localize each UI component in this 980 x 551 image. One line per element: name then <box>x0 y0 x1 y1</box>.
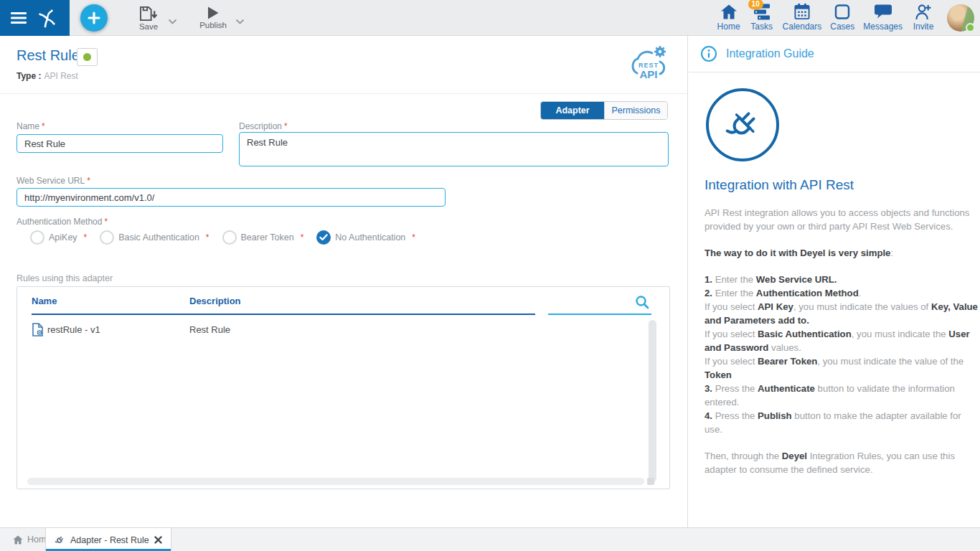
nav-item-messages[interactable]: Messages <box>859 0 907 32</box>
bottom-tab-adapter-rest-rule[interactable]: Adapter - Rest Rule <box>45 527 171 551</box>
nav-item-label: Invite <box>913 22 934 32</box>
search-underline <box>548 314 651 315</box>
publish-icon <box>207 6 220 20</box>
auth-method-label: Authentication Method* <box>17 217 108 227</box>
nav-item-invite[interactable]: Invite <box>907 0 940 32</box>
auth-option-label: Bearer Token <box>241 232 294 242</box>
auth-option-basic-authentication[interactable]: Basic Authentication* <box>100 230 209 245</box>
brand-block <box>0 0 70 36</box>
calendars-icon <box>793 4 811 20</box>
description-field[interactable]: Rest Rule <box>239 132 669 166</box>
rules-table: Name Description restRule - v1Rest Rule <box>17 286 670 489</box>
guide-paragraph: 4. Press the Publish button to make the … <box>705 409 979 436</box>
deyel-logo <box>36 6 59 29</box>
integration-guide-panel: Integration Guide Integration with API R… <box>689 36 980 527</box>
required-marker: * <box>87 176 90 186</box>
radio-unchecked-icon[interactable] <box>100 230 114 245</box>
plug-circle-icon <box>704 86 781 164</box>
header-underline <box>32 314 535 315</box>
check-icon <box>319 234 328 241</box>
rules-table-body: restRule - v1Rest Rule <box>17 320 669 340</box>
home-tab-icon <box>13 535 23 545</box>
table-vertical-scrollbar[interactable] <box>649 320 656 482</box>
guide-paragraph: The way to do it with Deyel is very simp… <box>705 246 979 260</box>
nav-item-label: Home <box>717 22 740 32</box>
save-icon <box>138 6 159 22</box>
guide-paragraph: 3. Press the Authenticate button to vali… <box>705 382 979 409</box>
search-icon[interactable] <box>635 295 649 309</box>
top-nav: Home10TasksCalendarsCasesMessagesInvite <box>712 0 940 36</box>
web-service-url-field[interactable] <box>17 188 446 207</box>
required-marker: * <box>412 232 415 242</box>
hamburger-menu-icon[interactable] <box>11 12 27 24</box>
tab-permissions[interactable]: Permissions <box>604 102 667 119</box>
auth-option-apikey[interactable]: ApiKey* <box>30 230 87 245</box>
tab-adapter[interactable]: Adapter <box>541 102 604 119</box>
publish-label: Publish <box>199 21 227 29</box>
tasks-badge: 10 <box>748 0 763 9</box>
invite-icon <box>914 4 933 20</box>
required-marker: * <box>284 121 288 131</box>
column-header-description[interactable]: Description <box>189 296 241 306</box>
adapter-tab-icon <box>55 534 65 545</box>
avatar[interactable] <box>947 4 974 32</box>
home-icon <box>720 4 738 20</box>
nav-item-tasks[interactable]: 10Tasks <box>745 0 778 32</box>
radio-checked-icon[interactable] <box>316 230 331 245</box>
save-label: Save <box>139 22 158 31</box>
guide-divider <box>689 72 980 72</box>
svg-text:API: API <box>639 68 657 80</box>
guide-title: Integration with API Rest <box>705 177 854 193</box>
required-marker: * <box>42 121 45 131</box>
cases-icon <box>834 4 850 20</box>
rest-api-icon: REST API <box>627 43 672 85</box>
type-label: Type : <box>17 71 41 81</box>
info-icon <box>700 45 717 62</box>
rule-name-cell: restRule - v1 <box>47 324 100 335</box>
guide-paragraph: If you select Basic Authentication, you … <box>705 327 979 354</box>
table-row[interactable]: restRule - v1Rest Rule <box>17 320 669 340</box>
nav-item-home[interactable]: Home <box>712 0 745 32</box>
guide-paragraph: If you select API Key, you must indicate… <box>705 300 979 327</box>
status-button[interactable] <box>77 48 98 66</box>
name-field[interactable] <box>17 134 223 153</box>
radio-unchecked-icon[interactable] <box>30 230 44 245</box>
nav-item-label: Messages <box>863 22 903 32</box>
web-service-url-label: Web Service URL* <box>17 176 90 186</box>
name-label: Name* <box>17 121 45 131</box>
rule-document-icon <box>32 323 44 336</box>
table-horizontal-scrollbar[interactable] <box>27 478 644 485</box>
description-label: Description* <box>239 121 288 131</box>
guide-paragraph: API Rest integration allows you to acces… <box>705 206 979 233</box>
publish-button[interactable]: Publish <box>195 6 231 29</box>
publish-dropdown-chevron-icon[interactable] <box>235 14 245 27</box>
adapter-editor: Rest Rule Type :API Rest REST API Adapte… <box>0 36 688 527</box>
adapter-permissions-tabs: Adapter Permissions <box>540 101 668 120</box>
nav-item-calendars[interactable]: Calendars <box>778 0 826 32</box>
required-marker: * <box>104 217 108 227</box>
guide-text: API Rest integration allows you to acces… <box>705 206 979 476</box>
rule-description-cell: Rest Rule <box>189 324 230 335</box>
auth-option-label: ApiKey <box>49 232 77 242</box>
scrollbar-corner <box>647 478 654 485</box>
save-dropdown-chevron-icon[interactable] <box>168 14 177 27</box>
guide-header-label: Integration Guide <box>726 47 814 60</box>
close-tab-icon[interactable] <box>154 536 162 544</box>
messages-icon <box>874 4 892 20</box>
type-value: API Rest <box>44 71 77 81</box>
rules-table-caption: Rules using this adapter <box>17 273 113 283</box>
auth-option-label: Basic Authentication <box>118 232 199 242</box>
save-button[interactable]: Save <box>133 6 164 31</box>
column-header-name[interactable]: Name <box>32 296 57 306</box>
nav-item-cases[interactable]: Cases <box>826 0 859 32</box>
bottom-tab-bar: Home Adapter - Rest Rule <box>0 527 980 551</box>
page-title: Rest Rule <box>17 47 80 64</box>
rules-search-input[interactable] <box>548 296 633 311</box>
required-marker: * <box>206 232 209 242</box>
status-green-dot <box>83 53 91 61</box>
auth-option-bearer-token[interactable]: Bearer Token* <box>222 230 304 245</box>
radio-unchecked-icon[interactable] <box>222 230 237 245</box>
auth-option-no-authentication[interactable]: No Authentication* <box>316 230 415 245</box>
add-button[interactable] <box>80 4 108 32</box>
nav-item-label: Cases <box>830 22 854 32</box>
